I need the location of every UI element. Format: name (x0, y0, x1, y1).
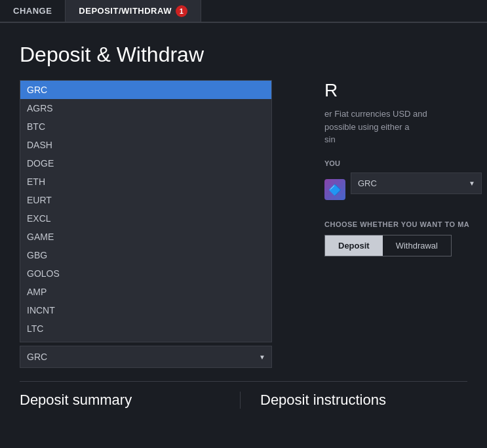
currency-dropdown-wrapper: GRCAGRSBTCDASHDOGEETHEURTEXCLGAMEGBGGOLO… (20, 342, 272, 368)
list-item[interactable]: GBG (20, 246, 271, 264)
right-description: er Fiat currencies USD and possible usin… (324, 108, 482, 146)
bottom-left: Deposit summary (20, 392, 241, 409)
list-item[interactable]: GOLOS (20, 264, 271, 283)
deposit-button[interactable]: Deposit (325, 235, 383, 256)
right-column: R er Fiat currencies USD and possible us… (318, 80, 482, 368)
deposit-summary-title: Deposit summary (20, 392, 227, 409)
right-currency-select[interactable]: GRC (351, 173, 482, 194)
list-item[interactable]: LTC (20, 319, 271, 338)
columns-layout: GRCAGRSBTCDASHDOGEETHEURTEXCLGAMEGBGGOLO… (20, 80, 467, 368)
list-item[interactable]: BTC (20, 117, 271, 136)
list-item[interactable]: MAID (20, 338, 271, 342)
main-content: Deposit & Withdraw GRCAGRSBTCDASHDOGEETH… (0, 23, 487, 422)
withdrawal-button[interactable]: Withdrawal (383, 235, 451, 256)
nav-item-change[interactable]: CHANGE (0, 0, 66, 22)
avatar-row: 🔷 GRC (324, 173, 482, 207)
list-item[interactable]: DASH (20, 136, 271, 154)
list-item[interactable]: GRC (20, 81, 271, 99)
currency-select[interactable]: GRCAGRSBTCDASHDOGEETHEURTEXCLGAMEGBGGOLO… (20, 346, 272, 368)
list-item[interactable]: AMP (20, 283, 271, 301)
choose-label: CHOOSE WHETHER YOU WANT TO MA (324, 220, 482, 228)
deposit-withdraw-badge: 1 (176, 5, 187, 17)
nav-item-deposit-withdraw[interactable]: DEPOSIT/WITHDRAW 1 (66, 0, 201, 22)
right-title: R (324, 80, 482, 101)
deposit-withdrawal-toggle: Deposit Withdrawal (324, 235, 452, 256)
right-dropdown-wrapper: GRC (351, 173, 482, 194)
left-column: GRCAGRSBTCDASHDOGEETHEURTEXCLGAMEGBGGOLO… (20, 80, 305, 368)
nav-label-deposit-withdraw: DEPOSIT/WITHDRAW (79, 6, 172, 16)
right-desc-line3: sin (324, 134, 336, 144)
list-item[interactable]: AGRS (20, 99, 271, 117)
list-item[interactable]: EXCL (20, 209, 271, 228)
bottom-section: Deposit summary Deposit instructions (20, 381, 467, 409)
list-item[interactable]: EURT (20, 191, 271, 209)
bottom-right: Deposit instructions (241, 392, 467, 409)
list-item[interactable]: DOGE (20, 154, 271, 173)
right-desc-line2: possible using either a (324, 122, 409, 132)
deposit-instructions-title: Deposit instructions (260, 392, 467, 409)
currency-listbox[interactable]: GRCAGRSBTCDASHDOGEETHEURTEXCLGAMEGBGGOLO… (20, 80, 272, 342)
you-label: YOU (324, 159, 482, 167)
top-nav: CHANGE DEPOSIT/WITHDRAW 1 (0, 0, 487, 23)
right-desc-line1: er Fiat currencies USD and (324, 109, 427, 119)
nav-label-change: CHANGE (13, 6, 52, 16)
list-item[interactable]: ETH (20, 173, 271, 191)
avatar: 🔷 (324, 179, 345, 200)
page-title: Deposit & Withdraw (20, 43, 467, 67)
list-item[interactable]: GAME (20, 228, 271, 246)
list-item[interactable]: INCNT (20, 301, 271, 319)
